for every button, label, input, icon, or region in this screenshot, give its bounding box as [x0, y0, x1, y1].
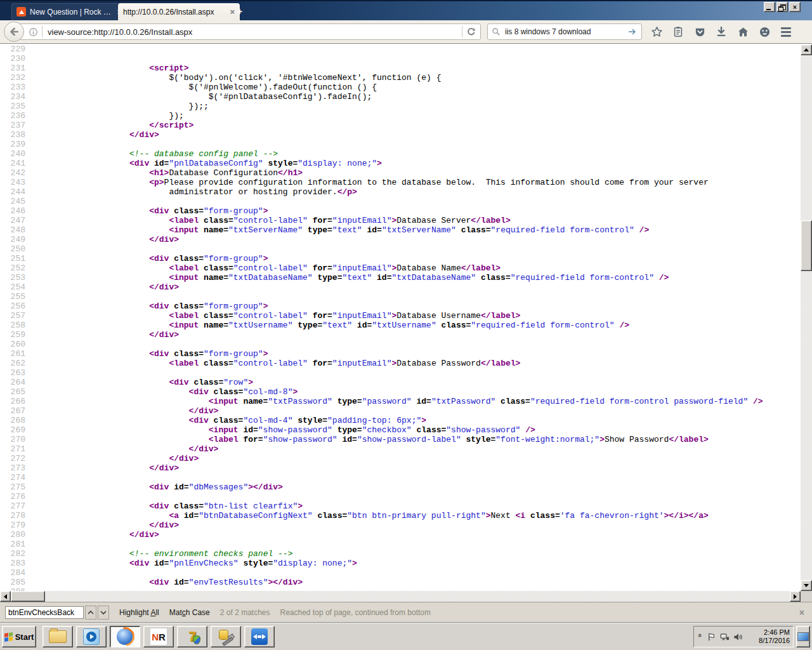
config-tool-icon	[218, 628, 234, 645]
restore-button[interactable]	[776, 2, 788, 12]
new-tab-button[interactable]: +	[232, 5, 247, 18]
vertical-scroll-track[interactable]	[801, 55, 812, 580]
source-line: 273</div>	[0, 463, 801, 473]
source-line: 258<input name="txtUsername" type="text"…	[0, 321, 801, 330]
match-case-button[interactable]: Match Case	[169, 608, 210, 617]
source-line: 280</div>	[0, 530, 801, 540]
hidden-icons-chevron[interactable]: «	[697, 633, 704, 640]
url-input[interactable]	[46, 27, 458, 37]
action-center-flag-icon[interactable]	[707, 632, 716, 642]
scroll-up-button[interactable]	[801, 44, 812, 55]
start-button[interactable]: Start	[2, 626, 36, 647]
back-button[interactable]	[4, 22, 24, 42]
show-desktop-button[interactable]	[796, 626, 810, 647]
desktop-icon	[797, 632, 809, 641]
tab-rock-rms[interactable]: New Question | Rock RMS ×	[11, 3, 127, 20]
source-line: 236});	[0, 111, 801, 121]
find-next-button[interactable]	[98, 606, 109, 620]
source-line: 259</div>	[0, 330, 801, 340]
scroll-left-button[interactable]	[0, 591, 11, 602]
highlight-all-button[interactable]: Highlight All	[119, 608, 159, 617]
source-line: 279</div>	[0, 521, 801, 530]
firefox-icon	[117, 628, 133, 645]
source-line: 272</div>	[0, 454, 801, 463]
volume-icon[interactable]	[733, 632, 743, 642]
source-line: 241<div id="pnlDatabaseConfig" style="di…	[0, 159, 801, 168]
source-line: 282<!-- environment checks panel -->	[0, 549, 801, 559]
downloads-icon[interactable]	[712, 23, 731, 41]
source-line: 262<label class="control-label" for="inp…	[0, 359, 801, 368]
rock-rms-favicon	[16, 7, 26, 17]
source-line: 281	[0, 540, 801, 549]
tab-label: http://10.0.0.26/Install.aspx	[123, 8, 226, 17]
taskbar-teamviewer[interactable]	[244, 626, 275, 647]
find-input[interactable]	[5, 606, 84, 619]
clock-date: 8/17/2016	[759, 637, 790, 645]
scrollbar-corner	[801, 591, 812, 602]
source-line: 231<script>	[0, 63, 801, 73]
source-line: 260	[0, 340, 801, 349]
vertical-scrollbar[interactable]	[801, 44, 812, 591]
clock-time: 2:46 PM	[759, 628, 790, 637]
taskbar-media-player[interactable]	[76, 626, 107, 647]
bookmarks-clipboard-icon[interactable]	[669, 23, 688, 41]
source-line: 229	[0, 44, 801, 54]
horizontal-scroll-thumb[interactable]	[11, 591, 45, 602]
page-info-icon[interactable]	[29, 27, 38, 37]
source-line: 230	[0, 54, 801, 63]
minimize-button[interactable]	[764, 2, 775, 12]
taskbar-7zip[interactable]: 7	[177, 626, 207, 647]
back-arrow-icon	[8, 26, 20, 37]
source-line: 268<div class="col-md-4" style="padding-…	[0, 416, 801, 425]
horizontal-scroll-track[interactable]	[11, 591, 790, 602]
browser-window: New Question | Rock RMS × http://10.0.0.…	[0, 0, 812, 650]
close-button[interactable]: ×	[789, 2, 801, 12]
source-line: 284	[0, 568, 801, 578]
tab-install-aspx[interactable]: http://10.0.0.26/Install.aspx ×	[118, 3, 240, 20]
bookmark-star-icon[interactable]	[647, 23, 666, 41]
find-close-icon[interactable]: ×	[799, 607, 804, 618]
horizontal-scrollbar[interactable]	[0, 591, 812, 602]
taskbar: Start NR 7 « 2:46 PM 8/17/2016	[0, 623, 812, 650]
source-line: 237</script>	[0, 121, 801, 130]
source-line: 253<input name="txtDatabaseName" type="t…	[0, 273, 801, 282]
taskbar-windows-explorer[interactable]	[43, 626, 73, 647]
find-previous-button[interactable]	[85, 606, 96, 620]
scroll-down-button[interactable]	[801, 580, 812, 591]
tray-clock[interactable]: 2:46 PM 8/17/2016	[759, 628, 790, 645]
search-bar[interactable]	[487, 23, 642, 40]
teamviewer-icon	[251, 628, 268, 645]
vertical-scroll-thumb[interactable]	[801, 220, 812, 271]
url-bar[interactable]	[14, 23, 481, 40]
search-input[interactable]	[504, 27, 627, 37]
source-line: 238</div>	[0, 130, 801, 140]
source-line: 235});;	[0, 102, 801, 111]
home-icon[interactable]	[733, 23, 752, 41]
chevron-up-icon	[88, 610, 94, 615]
media-player-icon	[83, 628, 100, 645]
source-line: 233$('#pnlWelcome').fadeOut(function () …	[0, 83, 801, 92]
restore-icon	[780, 4, 786, 10]
find-status: Reached top of page, continued from bott…	[280, 608, 431, 617]
taskbar-config-tool[interactable]	[211, 626, 241, 647]
pocket-icon[interactable]	[690, 23, 709, 41]
source-line: 283<div id="pnlEnvChecks" style="display…	[0, 559, 801, 568]
search-go-icon[interactable]	[627, 27, 638, 36]
source-line: 251<div class="form-group">	[0, 254, 801, 263]
taskbar-nr-app[interactable]: NR	[143, 626, 174, 647]
source-line: 257<label class="control-label" for="inp…	[0, 311, 801, 321]
7zip-icon: 7	[184, 628, 200, 645]
scroll-right-button[interactable]	[790, 591, 801, 602]
source-line: 276	[0, 492, 801, 501]
feedback-smiley-icon[interactable]	[755, 23, 774, 41]
menu-icon[interactable]	[776, 23, 796, 41]
folder-icon	[49, 630, 67, 643]
taskbar-firefox-active[interactable]	[110, 626, 140, 647]
minimize-icon	[766, 9, 771, 10]
source-line: 285<div id="envTestResults"></div>	[0, 578, 801, 587]
source-line: 267</div>	[0, 406, 801, 416]
source-line: 247<label class="control-label" for="inp…	[0, 216, 801, 225]
scroll-right-icon	[794, 594, 797, 599]
reload-icon[interactable]	[466, 27, 476, 37]
network-icon[interactable]	[719, 632, 730, 642]
